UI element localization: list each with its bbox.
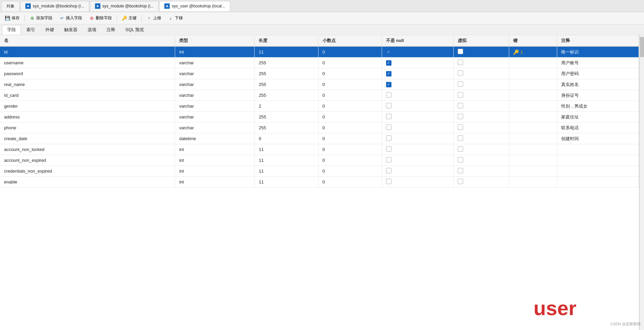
save-button[interactable]: 💾 保存 xyxy=(2,14,22,22)
table-icon-1: ■ xyxy=(25,3,31,9)
field-not-null[interactable] xyxy=(382,166,453,177)
nav-tab-foreign-keys[interactable]: 外键 xyxy=(41,25,59,34)
nav-tab-sql-preview[interactable]: SQL 预览 xyxy=(121,25,149,34)
delete-field-button[interactable]: ⊖ 删除字段 xyxy=(86,14,115,22)
table-row[interactable]: usernamevarchar2550✓用户账号 xyxy=(0,58,639,68)
nav-tab-triggers[interactable]: 触发器 xyxy=(59,25,82,34)
table-row[interactable]: phonevarchar2550联系电话 xyxy=(0,123,639,133)
db-table[interactable]: 名 类型 长度 小数点 不是 null 虚拟 键 注释 idint110✓🔑 1… xyxy=(0,35,639,330)
nav-tab-options[interactable]: 选项 xyxy=(83,25,101,34)
not-null-checkbox[interactable] xyxy=(386,168,391,173)
not-null-checkbox[interactable]: ✓ xyxy=(386,71,391,76)
virtual-checkbox[interactable] xyxy=(458,103,463,108)
field-name: id xyxy=(0,46,175,58)
field-virtual[interactable] xyxy=(453,155,509,166)
move-down-button[interactable]: ↓ 下移 xyxy=(165,14,186,22)
field-name: address xyxy=(0,112,175,123)
field-virtual[interactable] xyxy=(453,46,509,58)
field-virtual[interactable] xyxy=(453,112,509,123)
move-up-button[interactable]: ↑ 上移 xyxy=(144,14,164,22)
field-not-null[interactable] xyxy=(382,133,453,144)
field-virtual[interactable] xyxy=(453,177,509,188)
not-null-checkbox[interactable]: ✓ xyxy=(386,60,391,66)
col-header-decimal: 小数点 xyxy=(318,35,382,46)
field-not-null[interactable]: ✓ xyxy=(382,68,453,79)
table-row[interactable]: enableint110 xyxy=(0,177,639,188)
tab-sys-module-1[interactable]: ■ sys_module @bookshop (l... xyxy=(20,1,89,11)
field-not-null[interactable] xyxy=(382,155,453,166)
tab-obj[interactable]: 对象 xyxy=(1,1,20,11)
toolbar-sep-1 xyxy=(24,15,25,22)
virtual-checkbox[interactable] xyxy=(458,157,463,162)
not-null-checkbox[interactable] xyxy=(386,135,391,141)
table-row[interactable]: addressvarchar2550家庭住址 xyxy=(0,112,639,123)
table-row[interactable]: idint110✓🔑 1唯一标识 xyxy=(0,46,639,58)
not-null-checkbox[interactable] xyxy=(386,146,391,152)
tab-sys-module-2[interactable]: ■ sys_module @bookshop (l... xyxy=(90,1,159,11)
virtual-checkbox[interactable] xyxy=(458,81,463,87)
primary-key-button[interactable]: 🔑 主键 xyxy=(119,14,139,22)
virtual-checkbox[interactable] xyxy=(458,70,463,76)
field-length: 11 xyxy=(255,166,318,177)
not-null-checkbox[interactable] xyxy=(386,114,391,119)
scrollbar-track[interactable] xyxy=(639,35,644,330)
not-null-checkbox[interactable] xyxy=(386,92,391,97)
field-not-null[interactable] xyxy=(382,144,453,155)
virtual-checkbox[interactable] xyxy=(458,135,463,141)
field-not-null[interactable]: ✓ xyxy=(382,58,453,68)
virtual-checkbox[interactable] xyxy=(458,179,463,184)
table-row[interactable]: account_non_expiredint110 xyxy=(0,155,639,166)
field-comment: 唯一标识 xyxy=(557,46,639,58)
not-null-checkbox[interactable]: ✓ xyxy=(386,49,391,55)
field-not-null[interactable] xyxy=(382,112,453,123)
table-row[interactable]: gendervarchar20性别，男或女 xyxy=(0,101,639,112)
field-not-null[interactable] xyxy=(382,90,453,101)
move-down-icon: ↓ xyxy=(168,16,173,21)
not-null-checkbox[interactable] xyxy=(386,103,391,108)
virtual-checkbox[interactable] xyxy=(458,168,463,173)
table-row[interactable]: passwordvarchar2550✓用户密码 xyxy=(0,68,639,79)
field-virtual[interactable] xyxy=(453,144,509,155)
scrollbar-thumb[interactable] xyxy=(640,37,644,57)
nav-tab-indexes[interactable]: 索引 xyxy=(22,25,40,34)
table-row[interactable]: account_non_lockedint110 xyxy=(0,144,639,155)
not-null-checkbox[interactable] xyxy=(386,179,391,184)
field-virtual[interactable] xyxy=(453,166,509,177)
not-null-checkbox[interactable] xyxy=(386,157,391,162)
table-row[interactable]: create_datedatetime00创建时间 xyxy=(0,133,639,144)
field-virtual[interactable] xyxy=(453,123,509,133)
add-field-button[interactable]: ⊕ 添加字段 xyxy=(27,14,55,22)
move-up-icon: ↑ xyxy=(146,16,152,21)
field-type: varchar xyxy=(175,58,255,68)
tab-sys-user[interactable]: ■ sys_user @bookshop (local... xyxy=(159,1,230,11)
table-row[interactable]: id_cardvarchar2550身份证号 xyxy=(0,90,639,101)
not-null-checkbox[interactable]: ✓ xyxy=(386,82,391,87)
field-not-null[interactable]: ✓ xyxy=(382,46,453,58)
virtual-checkbox[interactable] xyxy=(458,92,463,97)
toolbar-sep-2 xyxy=(117,15,117,22)
not-null-checkbox[interactable] xyxy=(386,125,391,130)
nav-tab-fields[interactable]: 字段 xyxy=(2,25,21,35)
virtual-checkbox[interactable] xyxy=(458,114,463,119)
table-row[interactable]: real_namevarchar2550✓真实姓名 xyxy=(0,79,639,90)
field-virtual[interactable] xyxy=(453,68,509,79)
field-virtual[interactable] xyxy=(453,58,509,68)
field-not-null[interactable] xyxy=(382,177,453,188)
virtual-checkbox[interactable] xyxy=(458,146,463,152)
field-virtual[interactable] xyxy=(453,133,509,144)
field-key: 🔑 1 xyxy=(509,46,557,58)
virtual-checkbox[interactable] xyxy=(458,49,463,54)
table-row[interactable]: credentials_non_expiredint110 xyxy=(0,166,639,177)
nav-tab-comments[interactable]: 注释 xyxy=(102,25,120,34)
field-decimal: 0 xyxy=(318,133,382,144)
virtual-checkbox[interactable] xyxy=(458,60,463,65)
field-not-null[interactable]: ✓ xyxy=(382,79,453,90)
field-virtual[interactable] xyxy=(453,101,509,112)
virtual-checkbox[interactable] xyxy=(458,125,463,130)
field-virtual[interactable] xyxy=(453,79,509,90)
insert-field-button[interactable]: ↵ 插入字段 xyxy=(56,14,85,22)
field-virtual[interactable] xyxy=(453,90,509,101)
field-not-null[interactable] xyxy=(382,123,453,133)
field-name: real_name xyxy=(0,79,175,90)
field-not-null[interactable] xyxy=(382,101,453,112)
